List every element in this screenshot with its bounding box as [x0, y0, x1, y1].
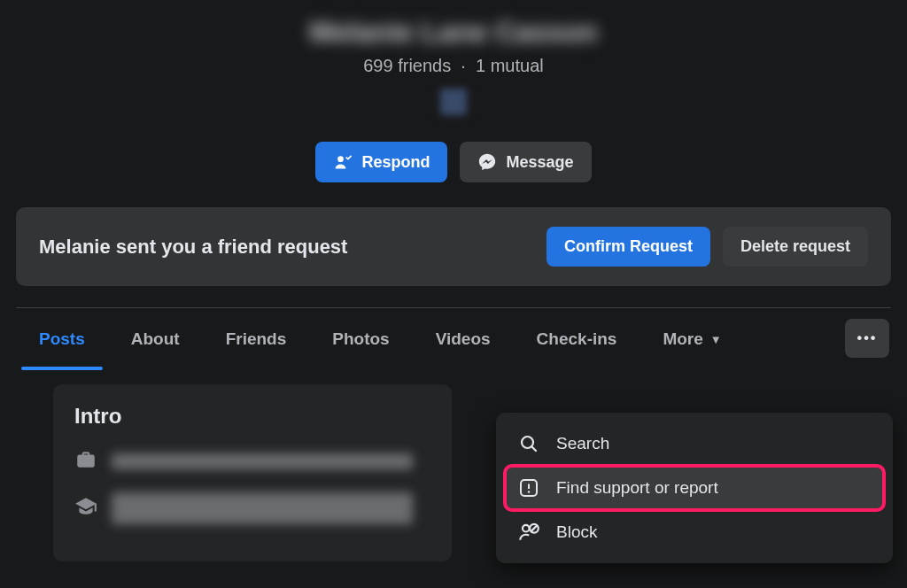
svg-line-2: [531, 446, 536, 451]
tab-more[interactable]: More ▼: [640, 308, 744, 368]
messenger-icon: [477, 152, 497, 172]
intro-education-text: [112, 492, 413, 524]
svg-line-8: [531, 525, 537, 531]
friend-request-msg: Melanie sent you a friend request: [39, 236, 534, 259]
profile-name: Melanie Lane Casson: [0, 16, 907, 49]
respond-label: Respond: [361, 153, 430, 172]
tab-videos[interactable]: Videos: [413, 308, 514, 368]
menu-report-label: Find support or report: [556, 478, 718, 498]
ellipsis-icon: •••: [857, 330, 878, 346]
friend-respond-icon: [333, 152, 353, 172]
respond-button[interactable]: Respond: [315, 142, 447, 182]
briefcase-icon: [74, 448, 97, 475]
profile-options-menu: Search Find support or report Block: [496, 413, 893, 563]
message-button[interactable]: Message: [460, 142, 591, 182]
tab-posts[interactable]: Posts: [16, 308, 108, 368]
message-label: Message: [506, 153, 573, 172]
intro-title: Intro: [74, 404, 430, 429]
intro-card: Intro: [53, 384, 452, 561]
menu-find-support-report[interactable]: Find support or report: [505, 466, 884, 510]
delete-request-button[interactable]: Delete request: [723, 227, 868, 267]
delete-label: Delete request: [740, 237, 850, 256]
profile-sub: 699 friends · 1 mutual: [0, 56, 907, 76]
mutual-count: 1 mutual: [476, 56, 544, 75]
svg-point-5: [528, 491, 530, 492]
ellipsis-button[interactable]: •••: [845, 319, 889, 358]
search-icon: [517, 432, 540, 455]
tab-checkins[interactable]: Check-ins: [514, 308, 640, 368]
tab-friends[interactable]: Friends: [203, 308, 310, 368]
menu-search-label: Search: [556, 434, 609, 453]
education-icon: [74, 495, 97, 522]
chevron-down-icon: ▼: [710, 333, 722, 346]
menu-block[interactable]: Block: [505, 510, 884, 554]
report-icon: [517, 476, 540, 499]
friends-count: 699 friends: [363, 56, 451, 75]
confirm-request-button[interactable]: Confirm Request: [547, 227, 710, 267]
intro-row-education: [74, 492, 430, 524]
block-icon: [517, 521, 540, 544]
more-label: More: [663, 329, 702, 349]
tab-photos[interactable]: Photos: [309, 308, 412, 368]
mutual-avatar[interactable]: [440, 89, 467, 115]
confirm-label: Confirm Request: [564, 237, 693, 256]
menu-search[interactable]: Search: [505, 422, 884, 466]
intro-row-work: [74, 448, 430, 475]
intro-work-text: [112, 453, 413, 469]
svg-point-0: [338, 156, 345, 162]
svg-point-6: [523, 525, 530, 532]
menu-block-label: Block: [556, 522, 597, 542]
friend-request-bar: Melanie sent you a friend request Confir…: [16, 207, 891, 286]
tab-about[interactable]: About: [108, 308, 203, 368]
